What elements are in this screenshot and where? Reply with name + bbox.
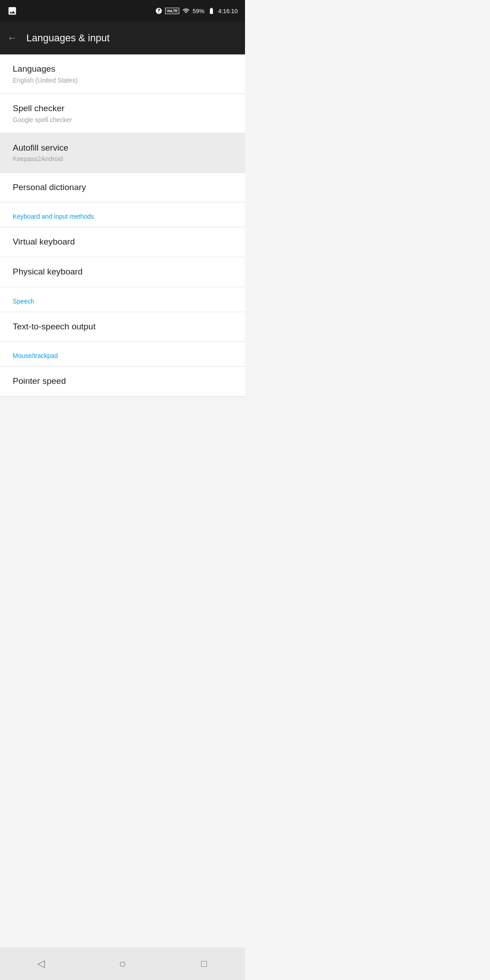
battery-percent: 59% (193, 8, 205, 15)
menu-item-autofill-service-title: Autofill service (13, 142, 232, 154)
section-speech-header: Speech (0, 287, 245, 312)
menu-item-spell-checker-title: Spell checker (13, 103, 232, 114)
menu-item-languages-title: Languages (13, 64, 232, 75)
alarm-icon (155, 7, 162, 15)
menu-item-virtual-keyboard[interactable]: Virtual keyboard (0, 227, 245, 257)
menu-item-spell-checker[interactable]: Spell checker Google spell checker (0, 94, 245, 133)
bottom-space (0, 397, 245, 487)
section-keyboard-header: Keyboard and input methods (0, 202, 245, 227)
menu-item-physical-keyboard-title: Physical keyboard (13, 266, 232, 278)
section-mouse-header: Mouse/trackpad (0, 342, 245, 367)
status-bar-right: VoLTE 59% 4:16:10 (155, 7, 238, 15)
menu-item-personal-dictionary[interactable]: Personal dictionary (0, 173, 245, 203)
section-keyboard-header-text: Keyboard and input methods (13, 213, 94, 220)
section-speech-header-text: Speech (13, 298, 34, 305)
back-button[interactable]: ← (7, 32, 17, 44)
menu-item-virtual-keyboard-title: Virtual keyboard (13, 236, 232, 248)
menu-item-autofill-service[interactable]: Autofill service Keepass2Android (0, 133, 245, 173)
photo-icon (7, 6, 17, 16)
toolbar-title: Languages & input (26, 32, 110, 44)
status-bar-left (7, 6, 17, 16)
status-bar: VoLTE 59% 4:16:10 (0, 0, 245, 22)
menu-item-tts[interactable]: Text-to-speech output (0, 312, 245, 342)
menu-item-spell-checker-subtitle: Google spell checker (13, 116, 232, 124)
menu-item-physical-keyboard[interactable]: Physical keyboard (0, 257, 245, 287)
menu-item-pointer-speed-title: Pointer speed (13, 376, 232, 387)
content: Languages English (United States) Spell … (0, 54, 245, 487)
battery-icon (207, 7, 216, 15)
menu-item-languages-subtitle: English (United States) (13, 76, 232, 84)
menu-item-autofill-service-subtitle: Keepass2Android (13, 155, 232, 163)
menu-item-personal-dictionary-title: Personal dictionary (13, 182, 232, 193)
menu-item-tts-title: Text-to-speech output (13, 321, 232, 333)
signal-icon (182, 7, 190, 15)
section-mouse-header-text: Mouse/trackpad (13, 352, 58, 359)
time: 4:16:10 (218, 8, 238, 15)
menu-item-pointer-speed[interactable]: Pointer speed (0, 367, 245, 397)
toolbar: ← Languages & input (0, 22, 245, 54)
menu-item-languages[interactable]: Languages English (United States) (0, 54, 245, 94)
volte-badge: VoLTE (165, 8, 179, 14)
